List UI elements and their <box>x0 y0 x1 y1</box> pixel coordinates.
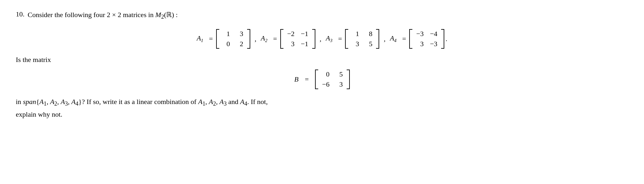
span-sub4: 4 <box>76 101 78 107</box>
B-r1c1: 0 <box>322 70 329 78</box>
A2-r2c1: 3 <box>287 40 295 48</box>
equals-4: = <box>402 35 406 43</box>
equals-3: = <box>338 35 342 43</box>
matrix-A3-grid: 1 8 3 5 <box>349 29 375 49</box>
comma-2: , <box>320 35 322 43</box>
equals-B: = <box>305 75 309 83</box>
sub-3: 3 <box>330 38 332 43</box>
span-A1: A <box>39 98 44 106</box>
label-A4: A4 <box>390 34 397 43</box>
combo-sub4: 4 <box>244 101 247 107</box>
A4-r1c2: −4 <box>430 30 437 38</box>
sub-4: 4 <box>394 38 397 43</box>
as-word: as <box>124 98 130 106</box>
combo-sub2: 2 <box>213 101 216 107</box>
equals-2: = <box>273 35 277 43</box>
reals-symbol: ℝ <box>166 11 172 19</box>
in-span-line: in span{A1, A2, A3, A4}? If so, write it… <box>16 96 628 120</box>
problem-container: 10. Consider the following four 2 × 2 ma… <box>16 9 628 120</box>
matrix-A4: −3 −4 3 −3 <box>409 29 444 49</box>
A3-r1c1: 1 <box>352 30 359 38</box>
sub-1: 1 <box>201 38 204 43</box>
matrix-A1-grid: 1 3 0 2 <box>221 29 246 49</box>
A4-r1c1: −3 <box>416 30 423 38</box>
matrix-B: 0 5 −6 3 <box>315 70 349 89</box>
combo-sub3: 3 <box>224 101 227 107</box>
subscript-2: 2 <box>161 14 164 20</box>
bracket-right-A2 <box>312 29 315 49</box>
A1-r1c2: 3 <box>236 30 243 38</box>
B-r2c1: −6 <box>322 80 329 89</box>
matrix-A1: 1 3 0 2 <box>216 29 250 49</box>
combo-A1: A <box>198 98 202 106</box>
is-the-matrix-text: Is the matrix <box>16 56 628 64</box>
A3-r1c2: 8 <box>365 30 372 38</box>
matrix-A4-grid: −3 −4 3 −3 <box>414 29 440 49</box>
B-r2c2: 3 <box>336 80 343 89</box>
A3-r2c2: 5 <box>365 40 372 48</box>
matrix-A2: −2 −1 3 −1 <box>280 29 315 49</box>
combo-A2: A <box>209 98 213 106</box>
span-sub3: 3 <box>65 101 68 107</box>
A4-r2c2: −3 <box>430 40 437 48</box>
problem-number: 10. <box>16 9 25 18</box>
problem-intro-line: 10. Consider the following four 2 × 2 ma… <box>16 9 628 21</box>
problem-intro-text: Consider the following four 2 × 2 matric… <box>28 9 178 21</box>
bracket-left-B <box>315 70 318 89</box>
matrix-B-row: B = 0 5 −6 3 <box>16 70 628 89</box>
A1-r2c1: 0 <box>223 40 230 48</box>
A2-r2c2: −1 <box>301 40 308 48</box>
A3-r2c1: 3 <box>352 40 359 48</box>
combo-A4: A <box>240 98 244 106</box>
span-A3: A <box>61 98 65 106</box>
label-A3: A3 <box>326 34 332 43</box>
A1-r1c1: 1 <box>223 30 230 38</box>
A4-r2c1: 3 <box>416 40 423 48</box>
combo-sub1: 1 <box>203 101 205 107</box>
matrix-B-grid: 0 5 −6 3 <box>319 70 345 89</box>
comma-3: , <box>384 35 386 43</box>
span-sub2: 2 <box>54 101 57 107</box>
equals-1: = <box>209 35 213 43</box>
math-space: M <box>155 11 161 19</box>
span-sub1: 1 <box>44 101 46 107</box>
B-r1c2: 5 <box>336 70 343 78</box>
A2-r1c2: −1 <box>301 30 308 38</box>
matrix-A2-grid: −2 −1 3 −1 <box>285 29 311 49</box>
bracket-left-A4 <box>409 29 412 49</box>
bracket-left-A1 <box>216 29 219 49</box>
label-B: B <box>294 75 298 83</box>
label-A2: A2 <box>261 34 267 43</box>
sub-2: 2 <box>265 38 268 43</box>
matrix-A3: 1 8 3 5 <box>345 29 379 49</box>
comma-1: , <box>255 35 257 43</box>
bracket-right-A3 <box>376 29 379 49</box>
bracket-right-A4 <box>441 29 444 49</box>
matrices-row: A1 = 1 3 0 2 , A2 = −2 −1 3 −1 , <box>16 29 628 49</box>
span-A2: A <box>50 98 54 106</box>
bracket-left-A2 <box>280 29 283 49</box>
combo-A3: A <box>219 98 223 106</box>
bracket-right-A1 <box>247 29 250 49</box>
A1-r2c2: 2 <box>236 40 243 48</box>
bracket-left-A3 <box>345 29 348 49</box>
label-A1: A1 <box>197 34 203 43</box>
span-word: span <box>23 98 36 106</box>
period: . <box>446 35 447 43</box>
A2-r1c1: −2 <box>287 30 295 38</box>
bracket-right-B <box>347 70 350 89</box>
span-A4: A <box>71 98 76 106</box>
